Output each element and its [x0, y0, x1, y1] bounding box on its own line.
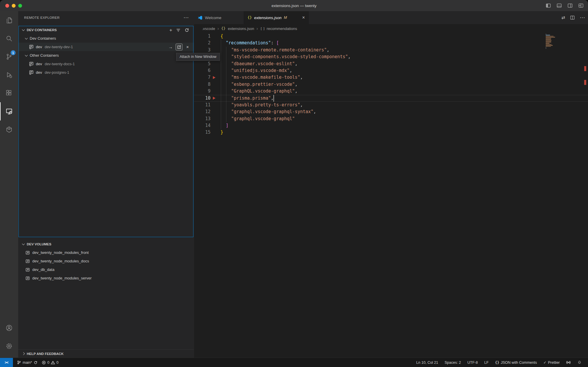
- language-mode-status[interactable]: {} JSON with Comments: [493, 359, 539, 366]
- eol-status[interactable]: LF: [482, 359, 491, 366]
- line-number[interactable]: 6: [194, 67, 211, 74]
- line-number[interactable]: 5: [194, 61, 211, 67]
- activity-settings[interactable]: [0, 337, 18, 355]
- code-line[interactable]: 8 "esbenp.prettier-vscode",: [194, 81, 588, 88]
- line-number[interactable]: 9: [194, 88, 211, 95]
- code-line[interactable]: 12 "graphql.vscode-graphql-syntax",: [194, 108, 588, 115]
- line-number[interactable]: 2: [194, 40, 211, 46]
- line-number[interactable]: 3: [194, 47, 211, 53]
- breadcrumb-folder[interactable]: .vscode: [202, 26, 215, 31]
- vscode-window: extensions.json — twenty: [0, 0, 588, 367]
- problems-status[interactable]: 0 0: [40, 359, 61, 366]
- code-line[interactable]: 9 "GraphQL.vscode-graphql",: [194, 88, 588, 95]
- code-editor[interactable]: 1{2 "recommendations": [3 "ms-vscode-rem…: [194, 33, 588, 358]
- activity-accounts[interactable]: [0, 319, 18, 337]
- dev-containers-tree: Dev Containers dev dev-twenty-dev-1 → × …: [18, 34, 194, 77]
- minimize-window-button[interactable]: [12, 4, 16, 8]
- filter-button[interactable]: [176, 28, 181, 33]
- line-number[interactable]: 15: [194, 129, 211, 136]
- sidebar-more-actions-icon[interactable]: ⋯: [183, 15, 189, 20]
- code-line[interactable]: 11 "yoavbls.pretty-ts-errors",: [194, 102, 588, 108]
- line-number[interactable]: 10: [194, 95, 211, 102]
- code-line[interactable]: 10 "prisma.prisma",: [194, 95, 588, 102]
- git-branch-status[interactable]: main*: [15, 359, 40, 366]
- line-number[interactable]: 12: [194, 108, 211, 115]
- notifications-status[interactable]: [575, 359, 584, 366]
- remote-indicator[interactable]: ><: [0, 358, 13, 367]
- close-window-button[interactable]: [5, 4, 9, 8]
- remove-container-button[interactable]: ×: [184, 43, 191, 51]
- dev-container-icon: [29, 70, 34, 75]
- tree-group-other-containers[interactable]: Other Containers: [18, 51, 194, 60]
- code-line[interactable]: 6 "unifiedjs.vscode-mdx",: [194, 67, 588, 74]
- toggle-panel-icon[interactable]: [556, 3, 562, 9]
- activity-run-debug[interactable]: [0, 66, 18, 84]
- line-number[interactable]: 14: [194, 122, 211, 129]
- code-line[interactable]: 1{: [194, 33, 588, 40]
- json-file-icon: {}: [248, 16, 252, 20]
- minimap[interactable]: [540, 34, 581, 49]
- close-tab-icon[interactable]: ×: [302, 15, 305, 20]
- encoding-status[interactable]: UTF-8: [465, 359, 480, 366]
- code-line[interactable]: 3 "ms-vscode-remote.remote-containers",: [194, 47, 588, 53]
- attach-in-new-window-button[interactable]: [176, 43, 183, 51]
- line-number[interactable]: 1: [194, 33, 211, 40]
- section-actions: +: [169, 28, 194, 33]
- cursor-position-status[interactable]: Ln 10, Col 21: [414, 359, 440, 366]
- volume-row[interactable]: dev_twenty_node_modules_docs: [18, 257, 194, 265]
- container-row-dev-twenty-docs-1[interactable]: dev dev-twenty-docs-1: [18, 60, 194, 68]
- toggle-secondary-sidebar-icon[interactable]: [567, 3, 573, 9]
- broadcast-status[interactable]: [564, 359, 573, 366]
- refresh-button[interactable]: [184, 28, 189, 33]
- line-number[interactable]: 11: [194, 102, 211, 108]
- code-text: "esbenp.prettier-vscode",: [220, 81, 298, 88]
- section-dev-volumes[interactable]: DEV VOLUMES: [18, 240, 194, 248]
- activity-extensions[interactable]: [0, 84, 18, 102]
- minimap-line: [546, 42, 551, 43]
- split-editor-icon[interactable]: [570, 15, 575, 20]
- section-dev-containers[interactable]: DEV CONTAINERS +: [18, 26, 194, 34]
- activity-source-control[interactable]: 1: [0, 48, 18, 66]
- line-number[interactable]: 8: [194, 81, 211, 88]
- volume-row[interactable]: dev_twenty_node_modules_front: [18, 248, 194, 257]
- code-line[interactable]: 7 "ms-vscode.makefile-tools",: [194, 74, 588, 81]
- attach-container-button[interactable]: →: [167, 43, 174, 51]
- json-file-icon: {}: [221, 26, 225, 31]
- more-actions-icon[interactable]: ⋯: [580, 14, 585, 21]
- code-line[interactable]: 13 "graphql.vscode-graphql": [194, 115, 588, 122]
- code-line[interactable]: 5 "dbaeumer.vscode-eslint",: [194, 61, 588, 67]
- breadcrumb-file[interactable]: extensions.json: [228, 26, 254, 31]
- indentation-status[interactable]: Spaces: 2: [442, 359, 463, 366]
- code-text: "dbaeumer.vscode-eslint",: [220, 61, 298, 67]
- tab-extensions-json[interactable]: {} extensions.json M ×: [244, 11, 309, 24]
- formatter-status[interactable]: ✓ Prettier: [541, 359, 562, 366]
- code-line[interactable]: 2 "recommendations": [: [194, 40, 588, 46]
- zoom-window-button[interactable]: [18, 4, 22, 8]
- code-line[interactable]: 14 ]: [194, 122, 588, 129]
- open-changes-icon[interactable]: ⇄: [561, 15, 565, 20]
- code-line[interactable]: 4 "styled-components.vscode-styled-compo…: [194, 53, 588, 60]
- tab-welcome[interactable]: Welcome: [194, 11, 244, 24]
- container-name: dev: [36, 70, 42, 75]
- activity-dev-containers[interactable]: [0, 120, 18, 139]
- new-dev-container-button[interactable]: +: [169, 28, 172, 33]
- section-help-feedback[interactable]: HELP AND FEEDBACK: [18, 349, 194, 358]
- activity-remote-explorer[interactable]: [0, 102, 18, 120]
- code-line[interactable]: 15}: [194, 129, 588, 136]
- volume-row[interactable]: dev_db_data: [18, 265, 194, 274]
- line-number[interactable]: 13: [194, 115, 211, 122]
- line-number[interactable]: 7: [194, 74, 211, 81]
- section-label: DEV CONTAINERS: [27, 28, 57, 32]
- toggle-primary-sidebar-icon[interactable]: [545, 3, 551, 9]
- container-row-dev-twenty-dev-1[interactable]: dev dev-twenty-dev-1 → ×: [18, 43, 194, 51]
- tree-group-dev-containers[interactable]: Dev Containers: [18, 34, 194, 43]
- customize-layout-icon[interactable]: [578, 3, 584, 9]
- activity-explorer[interactable]: [0, 11, 18, 29]
- container-row-dev-postgres-1[interactable]: dev dev-postgres-1: [18, 68, 194, 77]
- code-text: "styled-components.vscode-styled-compone…: [220, 53, 351, 60]
- breadcrumb-symbol[interactable]: recommendations: [267, 26, 297, 31]
- dev-container-icon: [29, 44, 34, 49]
- volume-row[interactable]: dev_twenty_node_modules_server: [18, 274, 194, 282]
- activity-search[interactable]: [0, 29, 18, 48]
- tab-label: extensions.json: [254, 16, 281, 20]
